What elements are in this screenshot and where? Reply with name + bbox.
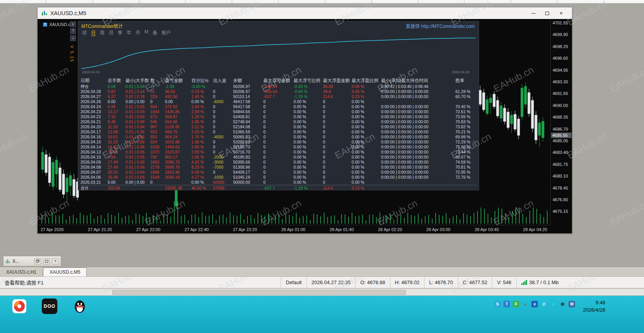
price-label: 4699.90 [553, 32, 568, 37]
tim-icon[interactable]: T [503, 301, 510, 307]
ime-zh-icon[interactable]: 中 [559, 301, 566, 307]
table-cell: 70.83 % [455, 119, 477, 124]
player-icon[interactable]: e [531, 301, 538, 307]
minimize-button[interactable] [526, 9, 540, 18]
maximize-button[interactable] [43, 258, 50, 264]
table-cell: 0.00 % [294, 175, 323, 180]
table-row: 2026.03.310.000.00 | 0.0000.00 %50000500… [81, 180, 477, 185]
table-cell: -6000 [213, 99, 233, 104]
doo-app-icon[interactable]: DOO [42, 298, 57, 314]
chart-tab-1[interactable]: XAUUSD.c,M5 [43, 267, 87, 276]
table-cell: 69.99 % [455, 135, 477, 140]
table-cell: 2026.03.31 [81, 180, 108, 185]
table-cell: 2.21 % [191, 124, 213, 129]
table-cell: 0.00 % [191, 180, 213, 185]
table-cell: 2026.04.28 [81, 89, 108, 94]
stats-tab-周[interactable]: 周 [100, 29, 105, 36]
table-cell [455, 84, 477, 89]
table-cell: -345.54 [263, 89, 294, 94]
table-header-row: 日期总手数最小|大手数数盈亏金额百分比%出入金余额最大浮亏金额最大浮亏比例最大浮… [81, 78, 477, 84]
alert-icon[interactable]: ● [522, 301, 529, 307]
status-profile[interactable]: Default [281, 277, 306, 288]
status-close: C: 4677.52 [458, 277, 492, 288]
messenger-icon[interactable]: F [513, 301, 519, 307]
table-cell: 51065.59 [233, 129, 263, 135]
table-cell: 14.62 [108, 145, 125, 150]
chart-tab-0[interactable]: XAUUSD.c,H1 [0, 268, 43, 276]
table-row: 2026.04.1316.850.01 | 0.0610731520.873.0… [81, 150, 477, 155]
table-cell: 1.40 % [191, 94, 213, 99]
table-cell: 0 [323, 145, 352, 150]
table-cell: 0.00 % [352, 160, 381, 165]
table-header-cell: 最大浮盈金额 [323, 78, 352, 84]
time-axis[interactable]: 27 Apr 202627 Apr 21:2027 Apr 22:0027 Ap… [38, 225, 550, 233]
window-titlebar[interactable]: XAUUSD.c,M5 × [38, 7, 572, 19]
table-cell: 0 [263, 145, 294, 150]
table-cell: 0 [263, 109, 294, 114]
stats-tab-日[interactable]: 日 [91, 29, 96, 36]
price-axis[interactable]: 4685.55 4701.554699.904698.254696.604694… [550, 19, 572, 225]
maximize-button[interactable] [540, 9, 554, 18]
table-cell [455, 180, 477, 185]
table-row: 2026.04.227.160.01 | 0.03673659.871.25 %… [81, 114, 477, 119]
chart-tab-bar: XAUUSD.c,H1XAUUSD.c,M5 [0, 267, 644, 276]
table-row: 2026.04.280.870.01 | 0.143196.830.19 %05… [81, 89, 477, 94]
table-cell: 29.9 [323, 89, 352, 94]
sound-muted-icon[interactable]: ∅ [541, 301, 547, 307]
table-cell: 0:00:00 | 0:00:00 | 0:00:00 [381, 135, 455, 140]
close-button[interactable]: × [554, 9, 568, 18]
table-cell: 2026.04.07 [81, 170, 108, 175]
stats-tab-年[interactable]: 年 [127, 29, 131, 36]
stats-tab-综[interactable]: 综 [82, 29, 87, 36]
table-cell: 0.00 | 0.00 [125, 180, 150, 185]
stats-table: 日期总手数最小|大手数数盈亏金额百分比%出入金余额最大浮亏金额最大浮亏比例最大浮… [81, 78, 477, 191]
price-label: 4693.30 [553, 79, 568, 84]
close-button[interactable]: × [52, 258, 59, 264]
minimized-chart-window[interactable]: X... × [3, 256, 61, 266]
stats-tab-月[interactable]: 月 [109, 29, 113, 36]
table-cell: 0 [263, 160, 294, 165]
table-header-cell: 数 [150, 78, 165, 84]
table-cell: 2026.04.08 [81, 165, 108, 170]
chart-area[interactable]: XAUUSD.c, ≡?√ V 5.15 4685.55 4701.554699… [38, 19, 572, 233]
qq-icon[interactable] [72, 298, 88, 314]
chart-tool-button[interactable]: √ [70, 35, 76, 41]
table-cell [150, 186, 165, 191]
table-row: 2026.04.1610.610.01 | 0.06853864.241.76 … [81, 135, 477, 140]
skype-icon[interactable]: S [494, 301, 501, 307]
table-cell: 61.29 % [455, 89, 477, 94]
stats-tab-币[interactable]: 币 [136, 29, 140, 36]
stats-tab-备[interactable]: 备 [153, 29, 157, 36]
restore-button[interactable] [34, 258, 41, 264]
table-cell: 49417.58 [233, 99, 263, 104]
current-price-tag: 4685.55 [551, 133, 572, 138]
usb-icon[interactable]: ↕ [550, 301, 556, 307]
table-cell: 0.06 % [352, 84, 381, 89]
table-cell: 792 [150, 155, 165, 160]
stats-tab-M[interactable]: M [144, 29, 148, 36]
symbol-icon [43, 22, 47, 27]
chart-tool-button[interactable]: ≡ [70, 21, 76, 27]
stats-tab-季[interactable]: 季 [118, 29, 122, 36]
table-cell: 16.85 [108, 150, 125, 155]
taskbar-clock[interactable]: 9:46 2026/4/28 [583, 298, 605, 314]
table-cell: 5.27 [108, 94, 125, 99]
horizontal-scrollbar[interactable] [0, 288, 644, 295]
table-cell: 0 [263, 119, 294, 124]
status-high: H: 4679.02 [390, 277, 424, 288]
table-cell: 0 [213, 129, 233, 135]
table-cell: 15.25 [108, 140, 125, 145]
table-header-cell: 百分比% [191, 78, 213, 84]
browser-icon[interactable] [12, 298, 27, 314]
scrollbar-thumb[interactable] [112, 290, 406, 295]
table-cell: 50000.00 [233, 180, 263, 185]
brand-link[interactable]: 复盘侠 http://MTCommander.com [406, 22, 475, 29]
table-cell: 2026.04.21 [81, 119, 108, 124]
chart-tool-button[interactable]: ? [70, 28, 76, 34]
ime-mode-icon[interactable]: M [568, 301, 575, 307]
price-label: 4698.25 [553, 44, 568, 49]
stats-tab-账户[interactable]: 账户 [161, 29, 171, 36]
table-cell: 924 [150, 140, 165, 145]
minimized-window-title: X... [12, 259, 32, 264]
price-label: 4701.55 [553, 21, 568, 25]
